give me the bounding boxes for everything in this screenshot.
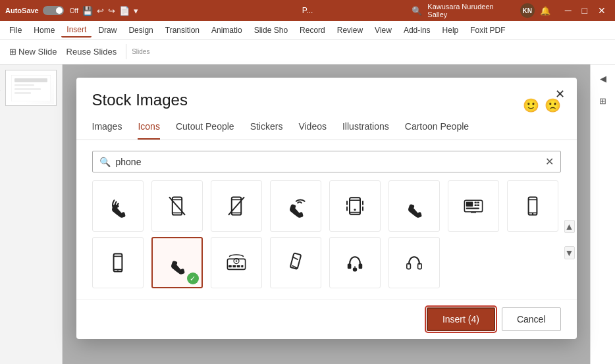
slides-section-label: Slides	[132, 48, 149, 55]
svg-rect-4	[14, 92, 31, 94]
svg-rect-3	[14, 88, 41, 90]
menu-animations[interactable]: Animatio	[206, 24, 248, 37]
icon-phone-classic[interactable]	[388, 180, 440, 232]
svg-rect-45	[241, 265, 243, 267]
search-box: 🔍 ✕	[92, 151, 561, 172]
menu-slideshow[interactable]: Slide Sho	[249, 24, 293, 37]
menu-file[interactable]: File	[4, 24, 27, 37]
right-panel: ◀ ⊞	[590, 65, 615, 364]
new-slide-icon: ⊞	[9, 47, 16, 57]
icon-phone-slash-1[interactable]	[151, 180, 203, 232]
right-panel-btn-2[interactable]: ⊞	[593, 91, 613, 111]
menu-addins[interactable]: Add-ins	[398, 24, 436, 37]
search-icon[interactable]: 🔍	[412, 6, 422, 16]
svg-point-40	[238, 259, 239, 261]
toolbar: ⊞ New Slide Reuse Slides Slides	[0, 39, 615, 65]
dialog-footer: Insert (4) Cancel	[76, 299, 577, 339]
icon-phone-wave[interactable]	[92, 180, 144, 232]
new-slide-btn[interactable]: ⊞ New Slide	[5, 44, 61, 59]
save-icon[interactable]: 💾	[82, 6, 93, 16]
menu-review[interactable]: Review	[332, 24, 368, 37]
collapse-btn[interactable]: ◀	[593, 68, 613, 88]
icon-phone-desk[interactable]	[448, 180, 499, 232]
tab-cartoon-people[interactable]: Cartoon People	[405, 121, 469, 140]
menu-draw[interactable]: Draw	[93, 24, 122, 37]
menu-design[interactable]: Design	[123, 24, 158, 37]
svg-rect-22	[466, 202, 472, 207]
selected-checkmark: ✓	[187, 273, 199, 284]
svg-rect-27	[466, 207, 479, 209]
svg-point-20	[354, 209, 356, 211]
icon-phone-rotary[interactable]	[211, 237, 262, 288]
tab-videos[interactable]: Videos	[298, 121, 327, 140]
tab-images[interactable]: Images	[92, 121, 122, 140]
menu-transition[interactable]: Transition	[160, 24, 205, 37]
autosave-label: AutoSave	[5, 7, 39, 14]
icon-phone-check[interactable]: ✓	[151, 237, 203, 288]
dialog-overlay: Stock Images 🙂 🙁 ✕ Images Icons	[63, 65, 590, 364]
file-icon[interactable]: 📄	[119, 6, 130, 16]
app-background: AutoSave Off 💾 ↩ ↪ 📄 ▾ P... 🔍 Kawusara N…	[0, 0, 615, 364]
icon-phone-outline[interactable]	[507, 180, 558, 232]
file-name: P...	[209, 6, 407, 15]
icon-phone-tilt[interactable]	[270, 237, 321, 288]
cancel-button[interactable]: Cancel	[502, 307, 561, 331]
toggle-knob	[56, 7, 63, 14]
tab-stickers[interactable]: Stickers	[250, 121, 283, 140]
dropdown-icon[interactable]: ▾	[134, 6, 138, 16]
scroll-down-btn[interactable]: ▼	[564, 246, 575, 259]
svg-rect-44	[236, 265, 240, 267]
svg-rect-23	[474, 202, 476, 203]
scroll-up-btn[interactable]: ▲	[564, 220, 575, 233]
search-container: 🔍 ✕	[76, 140, 577, 180]
svg-rect-2	[14, 84, 34, 86]
title-bar-left: AutoSave Off 💾 ↩ ↪ 📄 ▾	[5, 6, 203, 16]
menu-help[interactable]: Help	[437, 24, 464, 37]
tab-cutout-people[interactable]: Cutout People	[176, 121, 234, 140]
svg-rect-26	[477, 205, 479, 206]
icon-phone-ring[interactable]	[270, 180, 321, 232]
svg-point-51	[352, 267, 356, 271]
search-input[interactable]	[116, 157, 540, 167]
svg-rect-46	[290, 253, 301, 269]
autosave-toggle[interactable]	[43, 6, 64, 15]
minimize-btn[interactable]: ─	[561, 5, 575, 16]
undo-icon[interactable]: ↩	[97, 6, 104, 16]
toggle-state: Off	[70, 7, 78, 14]
insert-button[interactable]: Insert (4)	[427, 307, 495, 331]
clear-search-icon[interactable]: ✕	[545, 155, 554, 168]
scroll-arrows: ▲ ▼	[564, 220, 575, 259]
dialog-header: Stock Images 🙂 🙁 ✕	[76, 78, 577, 113]
happy-emoji-icon[interactable]: 🙂	[523, 97, 539, 113]
menu-insert[interactable]: Insert	[61, 23, 92, 38]
dialog-close-btn[interactable]: ✕	[551, 86, 569, 103]
menu-foxit[interactable]: Foxit PDF	[465, 24, 510, 37]
svg-rect-1	[14, 78, 47, 82]
icon-phone-mobile[interactable]	[92, 237, 144, 288]
slide-thumbnail-1[interactable]: 1	[5, 70, 57, 106]
menu-home[interactable]: Home	[28, 24, 60, 37]
tab-illustrations[interactable]: Illustrations	[342, 121, 389, 140]
close-btn[interactable]: ✕	[594, 5, 610, 16]
maximize-btn[interactable]: □	[578, 5, 591, 16]
svg-point-35	[117, 271, 118, 272]
menu-view[interactable]: View	[369, 24, 397, 37]
menu-record[interactable]: Record	[294, 24, 331, 37]
tab-icons[interactable]: Icons	[138, 121, 159, 140]
search-icon: 🔍	[99, 157, 111, 167]
reuse-slides-btn[interactable]: Reuse Slides	[63, 44, 121, 59]
svg-rect-54	[417, 264, 421, 269]
icon-phone-vibrate[interactable]	[329, 180, 381, 232]
dialog-tabs: Images Icons Cutout People Stickers Vide…	[76, 113, 577, 140]
avatar: KN	[520, 3, 535, 18]
window-controls: ─ □ ✕	[561, 5, 610, 16]
redo-icon[interactable]: ↪	[108, 6, 115, 16]
svg-point-41	[234, 259, 235, 261]
svg-point-31	[531, 213, 533, 215]
icon-headset-2[interactable]	[388, 237, 440, 288]
svg-rect-43	[232, 265, 236, 267]
icon-headset-1[interactable]	[329, 237, 381, 288]
bell-icon[interactable]: 🔔	[540, 6, 550, 16]
icon-phone-slash-2[interactable]	[211, 180, 262, 232]
svg-line-47	[292, 257, 298, 260]
